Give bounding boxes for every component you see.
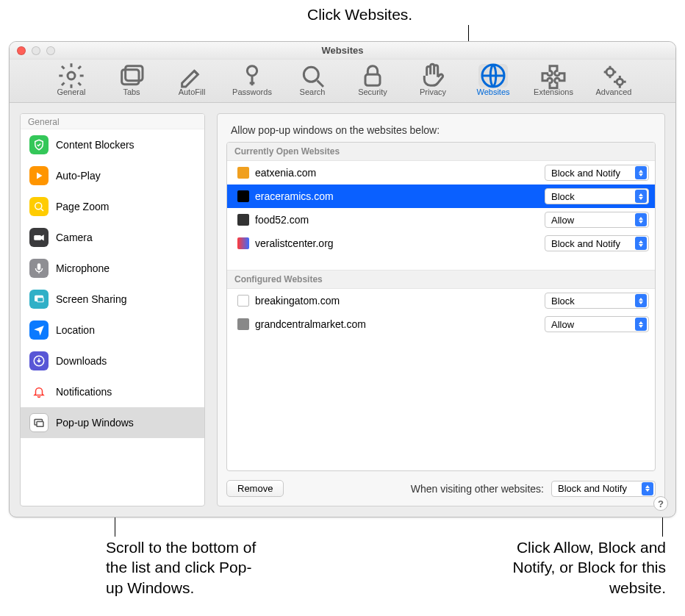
policy-popup[interactable]: Allow	[545, 316, 649, 332]
toolbar-websites[interactable]: Websites	[471, 64, 515, 96]
website-row[interactable]: breakingatom.comBlock	[227, 289, 655, 312]
svg-point-7	[606, 68, 614, 76]
screen-sharing-icon	[29, 290, 49, 309]
close-icon[interactable]	[17, 46, 26, 55]
sidebar-item-notifications[interactable]: Notifications	[21, 376, 204, 407]
popup-windows-icon	[29, 413, 49, 432]
website-domain: eraceramics.com	[255, 190, 334, 202]
chevron-updown-icon	[635, 294, 647, 307]
chevron-updown-icon	[642, 482, 653, 495]
puzzle-icon	[539, 64, 568, 87]
policy-popup[interactable]: Block and Notify	[545, 235, 649, 251]
minimize-icon[interactable]	[32, 46, 40, 55]
website-row[interactable]: eraceramics.comBlock	[227, 185, 655, 208]
key-icon	[237, 64, 267, 87]
sidebar-item-content-blockers[interactable]: Content Blockers	[21, 129, 204, 160]
chevron-updown-icon	[635, 166, 647, 179]
sidebar-item-label: Downloads	[56, 355, 107, 367]
sidebar-item-label: Content Blockers	[56, 139, 135, 151]
notifications-icon	[29, 382, 49, 401]
policy-popup[interactable]: Block	[545, 293, 649, 309]
website-row[interactable]: veralistcenter.orgBlock and Notify	[227, 232, 655, 255]
svg-point-0	[68, 72, 75, 79]
sidebar-item-label: Notifications	[56, 386, 112, 398]
annotation-bottom-left: Scroll to the bottom of the list and cli…	[106, 537, 268, 598]
auto-play-icon	[29, 166, 49, 185]
toolbar-autofill[interactable]: AutoFill	[170, 64, 214, 96]
sidebar-item-screen-sharing[interactable]: Screen Sharing	[21, 284, 204, 315]
sidebar[interactable]: General Content BlockersAuto-PlayPage Zo…	[20, 113, 205, 506]
policy-value: Block	[551, 191, 575, 202]
pencil-icon	[177, 64, 207, 87]
favicon-icon	[237, 295, 249, 307]
main-panel: Allow pop-up windows on the websites bel…	[217, 113, 665, 506]
sidebar-item-microphone[interactable]: Microphone	[21, 253, 204, 284]
sidebar-item-camera[interactable]: Camera	[21, 222, 204, 253]
annotation-bl-line	[115, 515, 115, 537]
sidebar-item-label: Microphone	[56, 262, 110, 274]
annotation-top: Click Websites.	[307, 4, 412, 24]
website-list[interactable]: Currently Open Websites eatxenia.comBloc…	[226, 142, 656, 471]
toolbar-security[interactable]: Security	[351, 64, 395, 96]
toolbar-passwords[interactable]: Passwords	[230, 64, 274, 96]
content-area: General Content BlockersAuto-PlayPage Zo…	[10, 103, 675, 517]
globe-icon	[478, 64, 508, 87]
help-button[interactable]: ?	[653, 496, 668, 511]
search-icon	[298, 64, 327, 87]
favicon-icon	[237, 190, 249, 202]
sidebar-item-page-zoom[interactable]: Page Zoom	[21, 191, 204, 222]
policy-popup[interactable]: Allow	[545, 212, 649, 228]
website-row[interactable]: eatxenia.comBlock and Notify	[227, 161, 655, 185]
favicon-icon	[237, 237, 249, 249]
toolbar-privacy[interactable]: Privacy	[411, 64, 455, 96]
sidebar-item-popup-windows[interactable]: Pop-up Windows	[21, 407, 204, 438]
sidebar-item-location[interactable]: Location	[21, 315, 204, 345]
toolbar-search[interactable]: Search	[290, 64, 334, 96]
sidebar-item-label: Page Zoom	[56, 201, 109, 212]
policy-value: Block and Notify	[551, 168, 620, 179]
website-domain: eatxenia.com	[255, 167, 316, 179]
svg-rect-15	[37, 298, 43, 302]
gear-icon	[57, 64, 86, 87]
toolbar-general[interactable]: General	[49, 64, 93, 96]
sidebar-item-downloads[interactable]: Downloads	[21, 345, 204, 376]
toolbar-advanced[interactable]: Advanced	[592, 64, 636, 96]
website-domain: food52.com	[255, 214, 309, 226]
panel-heading: Allow pop-up windows on the websites bel…	[231, 124, 656, 136]
hand-icon	[418, 64, 448, 87]
policy-value: Allow	[551, 215, 574, 226]
website-domain: veralistcenter.org	[255, 237, 334, 249]
chevron-updown-icon	[635, 237, 647, 250]
sidebar-item-label: Auto-Play	[56, 170, 101, 182]
policy-popup[interactable]: Block	[545, 188, 649, 204]
remove-button[interactable]: Remove	[226, 480, 284, 497]
lock-icon	[358, 64, 387, 87]
svg-point-3	[247, 66, 257, 76]
toolbar-extensions[interactable]: Extensions	[531, 64, 575, 96]
location-icon	[29, 320, 49, 340]
microphone-icon	[29, 259, 49, 278]
policy-value: Allow	[551, 319, 574, 330]
other-websites-label: When visiting other websites:	[411, 483, 544, 495]
policy-popup[interactable]: Block and Notify	[545, 165, 649, 181]
svg-marker-9	[37, 173, 43, 179]
gears-icon	[599, 64, 628, 87]
website-row[interactable]: food52.comAllow	[227, 208, 655, 232]
other-websites-popup[interactable]: Block and Notify	[551, 481, 656, 497]
website-row[interactable]: grandcentralmarket.comAllow	[227, 312, 655, 336]
chevron-updown-icon	[635, 318, 647, 331]
sidebar-header: General	[21, 114, 204, 129]
camera-icon	[29, 228, 49, 247]
chevron-updown-icon	[635, 213, 647, 226]
favicon-icon	[237, 167, 249, 179]
zoom-icon[interactable]	[46, 46, 55, 55]
toolbar-tabs[interactable]: Tabs	[110, 64, 154, 96]
svg-point-8	[617, 79, 623, 85]
sidebar-item-auto-play[interactable]: Auto-Play	[21, 160, 204, 191]
svg-rect-11	[34, 235, 41, 240]
chevron-updown-icon	[635, 190, 647, 203]
sidebar-item-label: Screen Sharing	[56, 293, 127, 305]
sidebar-item-label: Pop-up Windows	[56, 417, 134, 429]
svg-rect-5	[365, 74, 380, 85]
downloads-icon	[29, 351, 49, 370]
